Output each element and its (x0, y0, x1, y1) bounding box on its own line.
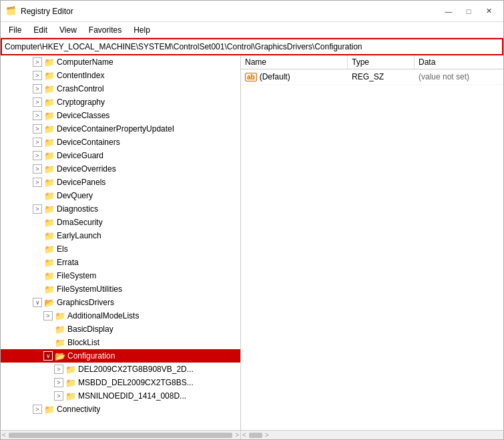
tree-item[interactable]: >📁DeviceGuard (1, 149, 240, 162)
column-header: Name Type Data (241, 55, 503, 69)
tree-item-label: DeviceContainers (57, 138, 240, 147)
expand-icon[interactable]: > (33, 71, 42, 80)
address-bar (1, 38, 503, 55)
tree-pane[interactable]: >📁ComputerName>📁ContentIndex>📁CrashContr… (1, 55, 241, 430)
menu-bar: File Edit View Favorites Help (1, 22, 503, 38)
tree-item-label: DEL2009CX2TG8B908VB_2D... (78, 365, 240, 374)
tree-item[interactable]: ∨📂Configuration (1, 349, 240, 363)
tree-item-label: CrashControl (57, 84, 240, 93)
expand-icon[interactable]: > (33, 164, 42, 174)
tree-item[interactable]: >📁MSBDD_DEL2009CX2TG8BS... (1, 376, 240, 389)
expand-icon[interactable]: > (33, 84, 42, 93)
tree-item[interactable]: >📁Cryptography (1, 95, 240, 109)
expand-icon[interactable]: > (33, 97, 42, 107)
tree-item[interactable]: 📁EarlyLaunch (1, 229, 240, 242)
expand-icon[interactable]: > (33, 138, 42, 147)
window-controls: — □ ✕ (439, 5, 498, 18)
folder-icon: 📁 (55, 338, 65, 348)
tree-item[interactable]: >📁Diagnostics (1, 202, 240, 216)
folder-icon: 📁 (44, 258, 55, 268)
menu-favorites[interactable]: Favorites (83, 24, 127, 36)
left-hscroll[interactable]: < > (1, 431, 241, 439)
tree-item[interactable]: >📁DeviceClasses (1, 109, 240, 122)
collapse-icon[interactable]: ∨ (43, 351, 53, 361)
menu-file[interactable]: File (3, 24, 27, 36)
reg-name-text: (Default) (260, 72, 290, 81)
expand-icon[interactable]: > (33, 57, 42, 67)
tree-item-label: Errata (57, 258, 240, 267)
col-name-header: Name (241, 55, 348, 69)
tree-item[interactable]: 📁BlockList (1, 336, 240, 349)
tree-item[interactable]: 📁FileSystemUtilities (1, 282, 240, 296)
address-input[interactable] (5, 42, 499, 51)
tree-item[interactable]: >📁DEL2009CX2TG8B908VB_2D... (1, 363, 240, 376)
maximize-button[interactable]: □ (459, 5, 478, 18)
folder-icon: 📁 (44, 231, 55, 241)
folder-icon: 📁 (44, 178, 55, 188)
expand-icon[interactable]: > (43, 311, 53, 320)
tree-item[interactable]: >📁Connectivity (1, 403, 240, 416)
tree-item[interactable]: >📁MSNILNOEDID_1414_008D... (1, 389, 240, 403)
folder-icon: 📂 (44, 298, 55, 308)
tree-item[interactable]: 📁Els (1, 242, 240, 256)
folder-icon: 📁 (44, 84, 55, 94)
expand-icon[interactable]: > (33, 151, 42, 160)
expand-icon[interactable]: > (33, 405, 42, 414)
reg-data-cell: (value not set) (415, 71, 503, 83)
tree-item[interactable]: >📁AdditionalModeLists (1, 309, 240, 322)
expand-icon[interactable]: > (54, 365, 63, 374)
tree-item-label: DeviceGuard (57, 151, 240, 160)
close-button[interactable]: ✕ (479, 5, 498, 18)
folder-icon: 📁 (55, 311, 65, 321)
menu-edit[interactable]: Edit (28, 24, 53, 36)
registry-rows: ab(Default)REG_SZ(value not set) (241, 69, 503, 85)
minimize-button[interactable]: — (439, 5, 458, 18)
folder-icon: 📁 (65, 391, 76, 401)
tree-item-label: Connectivity (57, 405, 240, 414)
tree-item-label: BasicDisplay (67, 324, 240, 334)
tree-item[interactable]: >📁ComputerName (1, 55, 240, 69)
folder-icon: 📁 (44, 204, 55, 214)
collapse-icon[interactable]: ∨ (33, 298, 42, 307)
menu-view[interactable]: View (54, 24, 82, 36)
tree-item[interactable]: 📁Errata (1, 256, 240, 269)
tree-item[interactable]: >📁DeviceOverrides (1, 162, 240, 176)
tree-item-label: Cryptography (57, 97, 240, 107)
tree-item[interactable]: >📁DevicePanels (1, 176, 240, 189)
tree-item[interactable]: >📁DeviceContainers (1, 136, 240, 149)
folder-icon: 📁 (65, 365, 76, 375)
expand-icon[interactable]: > (33, 204, 42, 214)
title-bar-left: 🗂️ Registry Editor (6, 6, 73, 17)
expand-icon[interactable]: > (54, 378, 63, 387)
tree-item-label: MSBDD_DEL2009CX2TG8BS... (78, 378, 240, 387)
tree-item[interactable]: 📁DmaSecurity (1, 216, 240, 229)
tree-item[interactable]: >📁CrashControl (1, 82, 240, 95)
tree-item[interactable]: 📁FileSystem (1, 269, 240, 282)
folder-icon: 📁 (44, 284, 55, 294)
folder-icon: 📂 (55, 351, 65, 361)
expand-icon[interactable]: > (33, 178, 42, 187)
tree-item-label: BlockList (67, 338, 240, 347)
expand-icon[interactable]: > (54, 391, 63, 401)
tree-item[interactable]: >📁DeviceContainerPropertyUpdateI (1, 122, 240, 136)
folder-icon: 📁 (44, 138, 55, 148)
menu-help[interactable]: Help (128, 24, 156, 36)
tree-item-label: FileSystemUtilities (57, 284, 240, 294)
tree-item-label: DeviceClasses (57, 111, 240, 120)
tree-item[interactable]: 📁DevQuery (1, 189, 240, 202)
folder-icon: 📁 (44, 124, 55, 134)
tree-item[interactable]: ∨📂GraphicsDrivers (1, 296, 240, 309)
main-content: >📁ComputerName>📁ContentIndex>📁CrashContr… (1, 55, 503, 430)
tree-item-label: ContentIndex (57, 71, 240, 80)
tree-item[interactable]: >📁ContentIndex (1, 69, 240, 82)
expand-icon[interactable]: > (33, 111, 42, 120)
table-row[interactable]: ab(Default)REG_SZ(value not set) (241, 69, 503, 85)
expand-icon[interactable]: > (33, 124, 42, 134)
tree-item[interactable]: 📁BasicDisplay (1, 322, 240, 336)
right-hscroll[interactable]: < > (241, 431, 503, 439)
folder-icon: 📁 (44, 405, 55, 415)
folder-icon: 📁 (44, 111, 55, 121)
folder-icon: 📁 (44, 97, 55, 107)
tree-item-label: DeviceOverrides (57, 164, 240, 174)
tree-item-label: DevicePanels (57, 178, 240, 187)
